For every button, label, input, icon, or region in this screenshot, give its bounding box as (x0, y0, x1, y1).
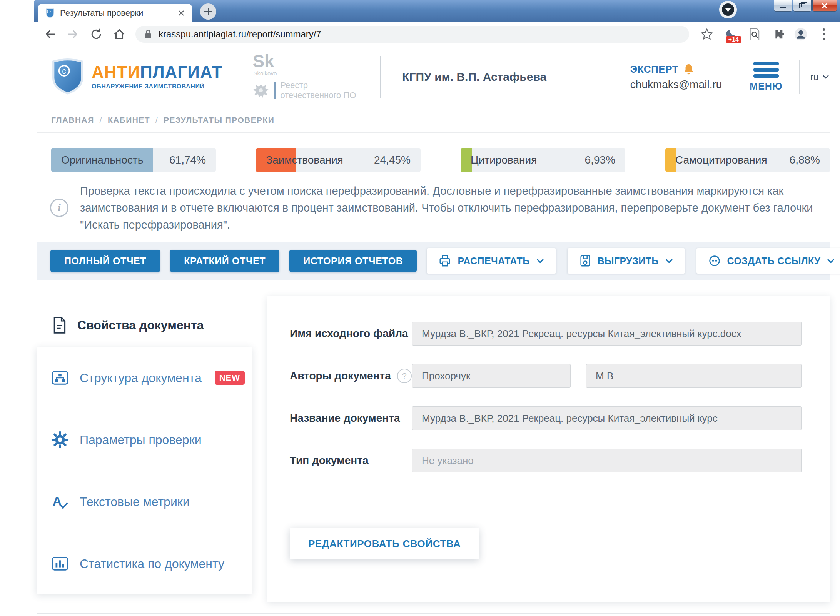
notice-text: Проверка текста происходила с учетом пои… (80, 182, 813, 233)
arrow-down-icon (722, 3, 734, 16)
skolkovo-caption: Skolkovo (253, 70, 277, 77)
organization-name: КГПУ им. В.П. Астафьева (402, 70, 546, 83)
help-icon[interactable]: ? (397, 369, 412, 383)
user-block[interactable]: ЭКСПЕРТ chukmaks@mail.ru (630, 63, 722, 91)
document-properties-panel: Имя исходного файла Авторы документа ? Н… (267, 296, 830, 602)
plus-icon (204, 8, 212, 15)
file-name-input[interactable] (412, 322, 802, 346)
close-button[interactable] (812, 0, 837, 12)
lang-divider (799, 60, 800, 94)
extensions-puzzle-icon[interactable] (771, 27, 785, 42)
tab-title: Результаты проверки (60, 8, 171, 18)
new-tab-button[interactable] (200, 3, 216, 20)
document-type-input[interactable] (412, 449, 802, 472)
svg-text:c: c (62, 67, 66, 76)
report-history-button[interactable]: ИСТОРИЯ ОТЧЕТОВ (289, 250, 417, 272)
save-icon (579, 254, 591, 267)
shield-logo-icon: c (51, 58, 85, 95)
browser-menu-kebab-icon[interactable] (817, 27, 831, 42)
header-divider (380, 56, 381, 98)
minimize-icon (780, 7, 786, 8)
metric-label: Самоцитирования (675, 154, 767, 166)
sidebar-item-label: Параметры проверки (80, 433, 202, 447)
text-metrics-icon: A (51, 493, 69, 511)
tab-close-icon[interactable] (176, 8, 186, 18)
sidebar-item-text-metrics[interactable]: A Текстовые метрики (37, 471, 252, 533)
search-extension-icon[interactable] (748, 27, 762, 42)
address-bar[interactable]: krasspu.antiplagiat.ru/report/summary/7 (135, 26, 689, 43)
window-controls (773, 0, 837, 12)
chevron-down-icon (827, 258, 835, 264)
registry-divider (274, 82, 276, 99)
metric-borrowings: Заимствования 24,45% (256, 148, 421, 172)
document-type-label: Тип документа (290, 454, 412, 467)
metric-self-citations: Самоцитирования 6,88% (665, 148, 830, 172)
url-text: krasspu.antiplagiat.ru/report/summary/7 (159, 29, 321, 40)
brand-name: АНТИПЛАГИАТ (92, 64, 222, 81)
home-icon[interactable] (112, 27, 126, 42)
export-label: ВЫГРУЗИТЬ (598, 255, 659, 267)
partner-logos: Sk Skolkovo Реестр отечественного ПО (252, 53, 356, 100)
export-button[interactable]: ВЫГРУЗИТЬ (568, 248, 685, 274)
metric-citations: Цитирования 6,93% (461, 148, 625, 172)
main-content: Свойства документа Структура документа N… (37, 296, 830, 602)
extension-moon-icon[interactable]: +14 (723, 26, 738, 43)
short-report-button[interactable]: КРАТКИЙ ОТЧЕТ (170, 250, 279, 272)
sidebar-item-check-parameters[interactable]: Параметры проверки (37, 409, 252, 471)
metric-value: 6,88% (790, 154, 820, 166)
registry-label: Реестр отечественного ПО (280, 80, 356, 100)
breadcrumb-current: РЕЗУЛЬТАТЫ ПРОВЕРКИ (164, 115, 274, 125)
printer-icon (438, 254, 451, 267)
sidebar-item-document-properties[interactable]: Свойства документа (51, 316, 252, 334)
sidebar-item-document-statistics[interactable]: Статистика по документу (37, 533, 252, 594)
metric-value: 6,93% (585, 154, 615, 166)
chevron-down-icon (536, 258, 544, 264)
coat-of-arms-icon (252, 82, 269, 99)
link-icon (708, 254, 721, 267)
hamburger-icon (753, 62, 779, 78)
sidebar: Свойства документа Структура документа N… (37, 296, 252, 602)
edit-properties-button[interactable]: РЕДАКТИРОВАТЬ СВОЙСТВА (290, 528, 479, 559)
forward-icon[interactable] (66, 27, 80, 42)
browser-titlebar: Результаты проверки (34, 0, 840, 22)
metric-label: Оригинальность (61, 154, 143, 166)
back-icon[interactable] (43, 27, 57, 42)
print-button[interactable]: РАСПЕЧАТАТЬ (427, 248, 556, 274)
minimize-button[interactable] (774, 0, 792, 12)
full-report-button[interactable]: ПОЛНЫЙ ОТЧЕТ (50, 250, 160, 272)
restore-button[interactable] (793, 0, 812, 12)
sidebar-item-label: Свойства документа (77, 318, 204, 332)
create-link-button[interactable]: СОЗДАТЬ ССЫЛКУ (696, 248, 840, 274)
metrics-row: Оригинальность 61,74% Заимствования 24,4… (51, 148, 830, 172)
document-title-label: Название документа (290, 412, 412, 424)
language-selector[interactable]: ru (810, 72, 829, 82)
lock-icon (143, 28, 153, 40)
sidebar-item-document-structure[interactable]: Структура документа NEW (37, 347, 252, 409)
author-lastname-input[interactable] (412, 364, 571, 388)
structure-icon (51, 369, 69, 387)
menu-button[interactable]: МЕНЮ (750, 62, 782, 92)
tab-favicon-shield-icon (45, 8, 55, 18)
metric-label: Цитирования (471, 154, 537, 166)
metric-value: 61,74% (169, 154, 206, 166)
new-badge: NEW (215, 371, 245, 385)
breadcrumb-home[interactable]: ГЛАВНАЯ (51, 115, 94, 125)
document-title-input[interactable] (412, 406, 802, 430)
notification-bell-icon[interactable] (683, 63, 695, 75)
profile-avatar-icon[interactable] (794, 27, 808, 42)
bookmark-star-icon[interactable] (700, 27, 714, 42)
user-role: ЭКСПЕРТ (630, 63, 678, 75)
document-icon (51, 316, 67, 334)
create-link-label: СОЗДАТЬ ССЫЛКУ (727, 255, 821, 267)
sidebar-panel: Структура документа NEW (37, 347, 252, 594)
scroll-down-extension-button[interactable] (719, 1, 737, 18)
reload-icon[interactable] (89, 27, 103, 42)
author-initials-input[interactable] (586, 364, 802, 388)
extension-badge: +14 (726, 36, 741, 43)
skolkovo-logo: Sk (252, 53, 274, 69)
site-header: c АНТИПЛАГИАТ ОБНАРУЖЕНИЕ ЗАИМСТВОВАНИЙ … (34, 46, 840, 108)
browser-tab[interactable]: Результаты проверки (38, 4, 192, 22)
antiplagiat-logo[interactable]: c АНТИПЛАГИАТ ОБНАРУЖЕНИЕ ЗАИМСТВОВАНИЙ (51, 58, 222, 95)
breadcrumb-cabinet[interactable]: КАБИНЕТ (108, 115, 150, 125)
sidebar-item-label: Структура документа (80, 371, 202, 385)
